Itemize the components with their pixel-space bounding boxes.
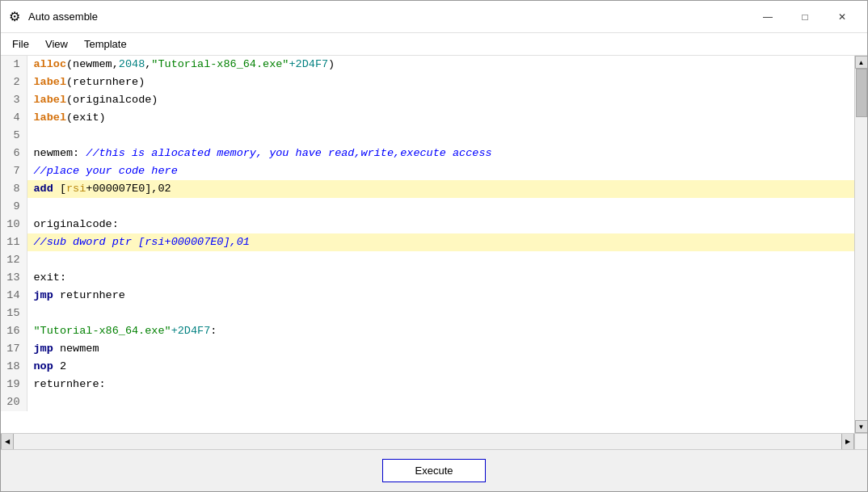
- table-row: 3label(originalcode): [1, 91, 854, 109]
- line-content[interactable]: alloc(newmem,2048,"Tutorial-x86_64.exe"+…: [27, 56, 854, 74]
- line-number: 13: [1, 269, 27, 287]
- minimize-button[interactable]: —: [749, 5, 786, 29]
- table-row: 8add [rsi+000007E0],02: [1, 180, 854, 198]
- line-number: 15: [1, 305, 27, 322]
- code-table: 1alloc(newmem,2048,"Tutorial-x86_64.exe"…: [1, 56, 854, 411]
- line-content[interactable]: label(originalcode): [27, 91, 854, 109]
- table-row: 10originalcode:: [1, 216, 854, 233]
- code-token: jmp: [34, 343, 60, 355]
- code-token: +: [289, 58, 295, 70]
- code-token: add: [34, 183, 60, 195]
- table-row: 2label(returnhere): [1, 74, 854, 91]
- line-number: 3: [1, 91, 27, 109]
- table-row: 1alloc(newmem,2048,"Tutorial-x86_64.exe"…: [1, 56, 854, 74]
- line-content[interactable]: returnhere:: [27, 376, 854, 393]
- h-scroll-track[interactable]: [14, 434, 841, 449]
- code-token: newmem:: [34, 147, 86, 159]
- code-token: originalcode:: [34, 218, 119, 230]
- code-token: exit:: [34, 271, 67, 284]
- table-row: 18nop 2: [1, 358, 854, 376]
- main-window: ⚙ Auto assemble — □ ✕ File View Template…: [0, 0, 868, 492]
- line-content[interactable]: [27, 305, 854, 322]
- line-content[interactable]: label(returnhere): [27, 74, 854, 91]
- line-content[interactable]: nop 2: [27, 358, 854, 376]
- code-token: [: [60, 183, 66, 195]
- scroll-up-button[interactable]: ▲: [855, 56, 868, 69]
- app-icon: ⚙: [7, 10, 22, 24]
- scroll-down-button[interactable]: ▼: [855, 420, 868, 433]
- line-content[interactable]: exit:: [27, 269, 854, 287]
- code-token: //sub dword ptr [rsi+000007E0],01: [34, 236, 250, 248]
- menu-template[interactable]: Template: [76, 36, 135, 53]
- line-number: 19: [1, 376, 27, 393]
- table-row: 6newmem: //this is allocated memory, you…: [1, 145, 854, 162]
- code-container[interactable]: 1alloc(newmem,2048,"Tutorial-x86_64.exe"…: [1, 56, 854, 433]
- code-token: :: [210, 325, 217, 337]
- code-token: //this is allocated memory, you have rea…: [86, 147, 491, 159]
- code-token: label: [34, 111, 67, 124]
- line-content[interactable]: originalcode:: [27, 216, 854, 233]
- line-content[interactable]: newmem: //this is allocated memory, you …: [27, 145, 854, 162]
- table-row: 16"Tutorial-x86_64.exe"+2D4F7:: [1, 322, 854, 340]
- table-row: 15: [1, 305, 854, 322]
- scroll-track[interactable]: [855, 69, 867, 420]
- code-token: returnhere:: [34, 378, 106, 390]
- line-number: 6: [1, 145, 27, 162]
- close-button[interactable]: ✕: [824, 5, 861, 29]
- line-number: 16: [1, 322, 27, 340]
- window-title: Auto assemble: [28, 11, 98, 23]
- line-content[interactable]: jmp newmem: [27, 340, 854, 358]
- menu-view[interactable]: View: [37, 36, 76, 53]
- line-number: 8: [1, 180, 27, 198]
- table-row: 5: [1, 127, 854, 145]
- line-content[interactable]: [27, 393, 854, 411]
- table-row: 9: [1, 198, 854, 216]
- line-content[interactable]: [27, 127, 854, 145]
- vertical-scrollbar[interactable]: ▲ ▼: [854, 56, 867, 433]
- code-token: rsi: [66, 183, 86, 195]
- table-row: 20: [1, 393, 854, 411]
- menu-bar: File View Template: [1, 33, 867, 56]
- line-content[interactable]: //sub dword ptr [rsi+000007E0],01: [27, 233, 854, 251]
- menu-file[interactable]: File: [4, 36, 37, 53]
- code-token: 2: [60, 360, 66, 372]
- table-row: 4label(exit): [1, 109, 854, 127]
- line-content[interactable]: //place your code here: [27, 162, 854, 180]
- line-content[interactable]: [27, 251, 854, 269]
- line-number: 9: [1, 198, 27, 216]
- line-number: 4: [1, 109, 27, 127]
- line-number: 2: [1, 74, 27, 91]
- code-token: newmem: [60, 343, 99, 355]
- line-number: 18: [1, 358, 27, 376]
- table-row: 12: [1, 251, 854, 269]
- maximize-button[interactable]: □: [786, 5, 824, 29]
- code-token: (originalcode): [66, 94, 158, 106]
- line-content[interactable]: [27, 198, 854, 216]
- footer: Execute: [1, 449, 867, 491]
- line-content[interactable]: jmp returnhere: [27, 287, 854, 305]
- scroll-left-button[interactable]: ◀: [1, 434, 14, 450]
- code-token: 2D4F7: [178, 325, 211, 337]
- horizontal-scrollbar[interactable]: ◀ ▶: [1, 433, 867, 449]
- code-token: "Tutorial-x86_64.exe": [151, 58, 289, 70]
- code-token: alloc: [34, 58, 67, 70]
- line-number: 11: [1, 233, 27, 251]
- code-token: label: [34, 76, 67, 88]
- code-token: jmp: [34, 289, 60, 301]
- execute-button[interactable]: Execute: [382, 459, 487, 482]
- line-content[interactable]: "Tutorial-x86_64.exe"+2D4F7:: [27, 322, 854, 340]
- code-token: 2048: [119, 58, 145, 70]
- scroll-right-button[interactable]: ▶: [841, 434, 854, 450]
- code-token: (newmem,: [66, 58, 119, 70]
- editor-area: 1alloc(newmem,2048,"Tutorial-x86_64.exe"…: [1, 56, 867, 433]
- title-bar-controls: — □ ✕: [749, 5, 861, 29]
- line-content[interactable]: label(exit): [27, 109, 854, 127]
- code-token: +: [171, 325, 178, 337]
- scroll-thumb[interactable]: [856, 69, 867, 117]
- code-token: (returnhere): [66, 76, 145, 88]
- line-number: 7: [1, 162, 27, 180]
- code-token: "Tutorial-x86_64.exe": [34, 325, 171, 337]
- scrollbar-corner: [854, 434, 867, 450]
- table-row: 14jmp returnhere: [1, 287, 854, 305]
- line-content[interactable]: add [rsi+000007E0],02: [27, 180, 854, 198]
